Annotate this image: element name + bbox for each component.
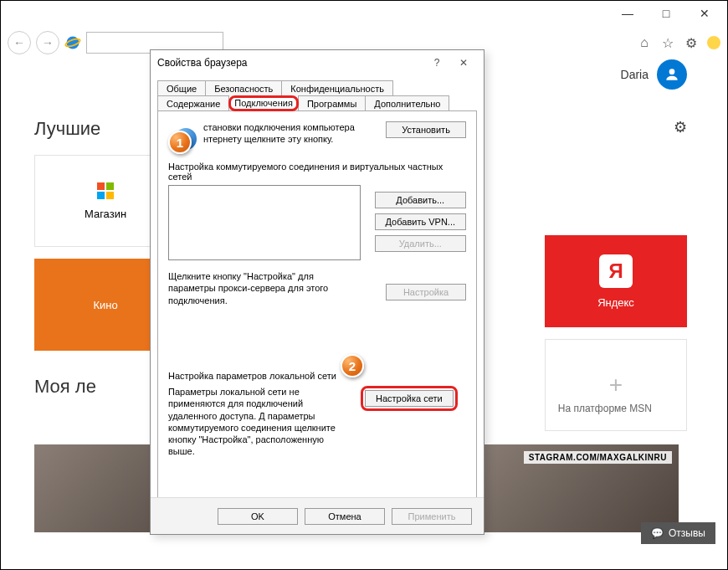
platform-label: На платформе MSN — [558, 403, 652, 414]
cancel-button[interactable]: Отмена — [305, 508, 385, 525]
svg-point-2 — [669, 69, 675, 74]
tile-column-right: Я Яндекс + — [545, 235, 687, 431]
news-card[interactable]: STAGRAM.COM/MAXGALKINRU — [469, 444, 679, 532]
window-close-button[interactable]: ✕ — [685, 1, 724, 26]
microsoft-logo-icon — [97, 182, 114, 199]
feedback-button[interactable]: 💬 Отзывы — [641, 522, 715, 544]
lan-button-highlight: Настройка сети — [361, 386, 458, 411]
tile-label: Кино — [93, 299, 117, 311]
lan-description: Параметры локальной сети не применяются … — [168, 386, 352, 458]
callout-badge-1: 1 — [168, 131, 192, 154]
user-profile[interactable]: Daria — [621, 59, 687, 90]
add-vpn-button[interactable]: Добавить VPN... — [375, 213, 466, 230]
dialog-footer: OK Отмена Применить — [151, 497, 484, 534]
window-titlebar: — □ ✕ — [1, 1, 727, 26]
forward-button[interactable]: → — [36, 31, 59, 54]
feedback-label: Отзывы — [669, 527, 705, 539]
tab-content[interactable]: Содержание — [157, 95, 229, 111]
back-button[interactable]: ← — [8, 31, 31, 54]
callout-badge-2: 2 — [341, 354, 364, 377]
dialog-help-button[interactable]: ? — [423, 57, 450, 69]
dialog-close-button[interactable]: ✕ — [450, 57, 477, 69]
tile-label: Магазин — [85, 208, 126, 220]
tab-general[interactable]: Общие — [157, 80, 206, 96]
tab-advanced[interactable]: Дополнительно — [365, 95, 449, 111]
home-icon[interactable]: ⌂ — [637, 35, 652, 50]
tab-connections[interactable]: Подключения — [228, 95, 299, 111]
news-card-tag: STAGRAM.COM/MAXGALKINRU — [524, 451, 672, 464]
ok-button[interactable]: OK — [218, 508, 298, 525]
apply-button: Применить — [392, 508, 472, 525]
tools-gear-icon[interactable]: ⚙ — [684, 35, 699, 50]
yandex-logo-icon: Я — [599, 254, 633, 288]
window-minimize-button[interactable]: — — [608, 1, 647, 26]
add-connection-button[interactable]: Добавить... — [375, 192, 466, 208]
speech-bubble-icon: 💬 — [651, 527, 664, 539]
tile-yandex[interactable]: Я Яндекс — [545, 235, 687, 327]
tile-label: Яндекс — [597, 296, 634, 309]
browser-properties-dialog: Свойства браузера ? ✕ Общие Безопасность… — [150, 49, 484, 535]
setup-button[interactable]: Установить — [386, 121, 466, 138]
lan-group-label: Настройка параметров локальной сети — [168, 371, 466, 381]
dialup-group-label: Настройка коммутируемого соединения и ви… — [168, 162, 466, 182]
tab-programs[interactable]: Программы — [298, 95, 366, 111]
tab-privacy[interactable]: Конфиденциальность — [281, 80, 393, 96]
avatar-icon — [657, 59, 687, 90]
connection-settings-button: Настройка — [386, 284, 466, 300]
lan-settings-button[interactable]: Настройка сети — [365, 390, 454, 407]
tab-security[interactable]: Безопасность — [205, 80, 282, 96]
tab-panel-connections: становки подключения компьютера нтернету… — [157, 110, 477, 504]
user-name-label: Daria — [621, 68, 649, 81]
setup-description: становки подключения компьютера нтернету… — [203, 121, 379, 146]
dialog-titlebar: Свойства браузера ? ✕ — [151, 50, 484, 75]
delete-connection-button: Удалить... — [375, 235, 466, 252]
lan-group: Настройка параметров локальной сети Пара… — [168, 371, 466, 458]
dialog-title: Свойства браузера — [157, 57, 248, 69]
tile-add[interactable]: + — [545, 339, 687, 431]
connections-listbox[interactable] — [168, 185, 361, 260]
page-settings-gear-icon[interactable]: ⚙ — [674, 118, 687, 136]
ie-logo-icon — [64, 34, 81, 51]
feedback-smiley-icon[interactable] — [707, 36, 720, 49]
favorites-icon[interactable]: ☆ — [660, 35, 675, 50]
proxy-hint-label: Щелкните кнопку "Настройка" для параметр… — [168, 270, 361, 306]
dialog-tabstrip: Общие Безопасность Конфиденциальность Со… — [151, 75, 484, 111]
window-maximize-button[interactable]: □ — [647, 1, 685, 26]
